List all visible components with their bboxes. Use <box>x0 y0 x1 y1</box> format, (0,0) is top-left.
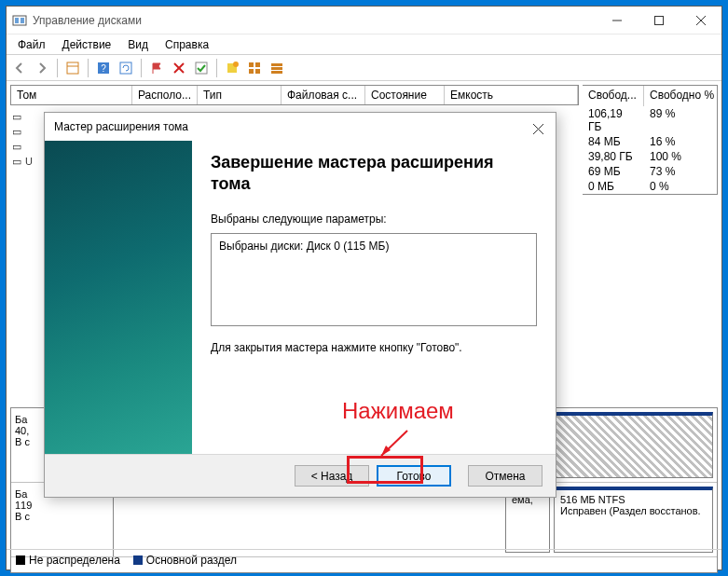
back-icon[interactable] <box>10 59 29 77</box>
close-button[interactable] <box>680 7 721 34</box>
legend-primary: Основной раздел <box>133 554 237 567</box>
menu-action[interactable]: Действие <box>55 36 119 53</box>
window-title: Управление дисками <box>33 14 596 27</box>
wizard-heading: Завершение мастера расширения тома <box>211 152 537 196</box>
delete-icon[interactable] <box>170 59 188 77</box>
col-type[interactable]: Тип <box>198 86 282 104</box>
check-icon[interactable] <box>192 59 211 77</box>
menubar: Файл Действие Вид Справка <box>7 34 721 55</box>
volume-table-header: Том Располо... Тип Файловая с... Состоян… <box>10 85 579 105</box>
minimize-button[interactable] <box>596 7 638 34</box>
svg-rect-22 <box>271 67 282 70</box>
table-row[interactable]: 69 МБ73 % <box>583 164 717 179</box>
wizard-footer: < Назад Готово Отмена <box>45 454 556 497</box>
wizard-close-button[interactable] <box>526 118 550 139</box>
maximize-button[interactable] <box>638 7 680 34</box>
svg-rect-17 <box>249 62 254 67</box>
wizard-params-label: Выбраны следующие параметры: <box>211 213 537 226</box>
toolbar: ? <box>7 55 721 81</box>
volume-icon: ▭ <box>12 111 21 123</box>
table-row[interactable]: 84 МБ16 % <box>583 134 717 149</box>
col-volume[interactable]: Том <box>11 86 132 104</box>
table-row[interactable]: 0 МБ0 % <box>583 179 717 194</box>
volume-list-fragment: ▭ ▭ ▭ ▭U <box>12 109 33 169</box>
svg-rect-23 <box>271 71 282 74</box>
flag-icon[interactable] <box>147 59 166 77</box>
window-buttons <box>596 7 721 34</box>
svg-rect-20 <box>255 69 260 74</box>
partition-recovery[interactable]: 516 МБ NTFS Исправен (Раздел восстанов. <box>554 487 713 553</box>
list-icon[interactable] <box>268 59 286 77</box>
volume-icon: ▭ <box>12 141 21 153</box>
volume-icon: ▭ <box>12 156 21 168</box>
finish-button[interactable]: Готово <box>377 465 451 487</box>
col-capacity[interactable]: Емкость <box>445 86 578 104</box>
table-row[interactable]: 39,80 ГБ100 % <box>583 149 717 164</box>
grid-icon[interactable] <box>245 59 264 77</box>
svg-point-16 <box>233 62 239 67</box>
volume-icon: ▭ <box>12 126 21 138</box>
svg-rect-21 <box>271 63 282 66</box>
col-filesystem[interactable]: Файловая с... <box>282 86 365 104</box>
col-status[interactable]: Состояние <box>365 86 445 104</box>
svg-text:?: ? <box>101 63 106 74</box>
back-button[interactable]: < Назад <box>295 465 369 487</box>
legend-bar: Не распределена Основной раздел <box>7 549 721 569</box>
wizard-sidebar-image <box>45 141 192 454</box>
app-icon <box>12 13 27 28</box>
help-icon[interactable]: ? <box>94 59 113 77</box>
svg-rect-18 <box>255 62 260 67</box>
titlebar: Управление дисками <box>7 7 721 34</box>
svg-rect-19 <box>249 69 254 74</box>
svg-rect-4 <box>654 16 663 24</box>
svg-rect-14 <box>196 62 207 74</box>
legend-unallocated: Не распределена <box>16 554 120 567</box>
menu-file[interactable]: Файл <box>10 36 53 53</box>
svg-rect-7 <box>67 62 78 74</box>
volume-table-right: Свобод... Свободно % 106,19 ГБ89 % 84 МБ… <box>583 85 718 195</box>
view-icon[interactable] <box>63 59 82 77</box>
svg-rect-2 <box>21 18 24 23</box>
col-freepct[interactable]: Свободно % <box>644 86 717 106</box>
wizard-params-value: Выбраны диски: Диск 0 (115 МБ) <box>219 240 529 253</box>
cancel-button[interactable]: Отмена <box>468 465 543 487</box>
col-layout[interactable]: Располо... <box>132 86 198 104</box>
extend-volume-wizard: Мастер расширения тома Завершение мастер… <box>44 112 556 498</box>
menu-help[interactable]: Справка <box>158 36 216 53</box>
table-row[interactable]: 106,19 ГБ89 % <box>583 106 717 134</box>
annotation-text: Нажимаем <box>342 398 454 424</box>
wizard-params-box: Выбраны диски: Диск 0 (115 МБ) <box>211 233 537 326</box>
wizard-title: Мастер расширения тома <box>45 113 556 141</box>
col-free[interactable]: Свобод... <box>583 86 644 106</box>
svg-rect-11 <box>120 62 131 74</box>
new-icon[interactable] <box>223 59 241 77</box>
forward-icon[interactable] <box>33 59 51 77</box>
wizard-finish-hint: Для закрытия мастера нажмите кнопку "Гот… <box>211 341 537 354</box>
refresh-icon[interactable] <box>117 59 135 77</box>
menu-view[interactable]: Вид <box>120 36 156 53</box>
svg-rect-1 <box>15 18 19 23</box>
disk-management-window: Управление дисками Файл Действие Вид Спр… <box>6 6 722 570</box>
